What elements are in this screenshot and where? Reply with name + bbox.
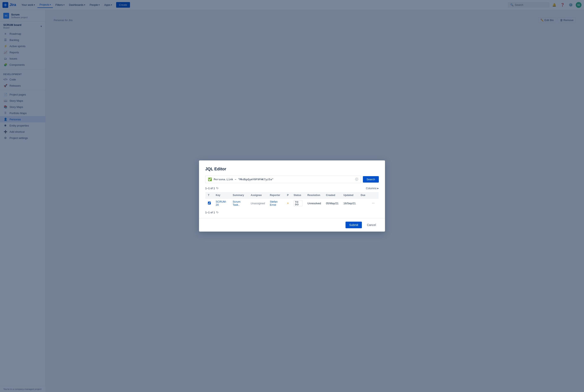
status-badge: TO DO (294, 200, 303, 206)
col-key: Key (213, 192, 230, 198)
col-due: Due (358, 192, 368, 198)
refresh-icon[interactable]: ↻ (216, 186, 219, 190)
jql-editor-modal: JQL Editor ✅ Persona.Link ~ "MkdbpQymY0F… (199, 160, 385, 232)
row-key: SCRUM-20 (213, 198, 230, 208)
results-header: 1–1 of 1 ↻ Columns ▸ (205, 186, 379, 190)
row-resolution: Unresolved (305, 198, 324, 208)
modal-title: JQL Editor (205, 167, 379, 172)
table-row: SCRUM-20 Scrum Task.. Unassigned Stefan … (205, 198, 379, 208)
results-table: T Key Summary Assignee Reporter P Status… (205, 192, 379, 208)
row-priority: ≡ (285, 198, 291, 208)
modal-footer: Submit Cancel (199, 218, 385, 232)
bottom-results-count: 1–1 of 1 ↻ (205, 211, 379, 214)
modal-overlay[interactable]: JQL Editor ✅ Persona.Link ~ "MkdbpQymY0F… (0, 0, 584, 392)
jql-input-wrap: ✅ Persona.Link ~ "MkdbpQymY0F9FHK7yz5a" … (205, 176, 361, 183)
issue-key-link[interactable]: SCRUM-20 (216, 200, 226, 206)
bottom-count-row: 1–1 of 1 ↻ (205, 211, 379, 214)
jql-input-row: ✅ Persona.Link ~ "MkdbpQymY0F9FHK7yz5a" … (205, 176, 379, 183)
issue-summary-link[interactable]: Scrum Task.. (233, 200, 241, 206)
help-icon[interactable]: ⓘ (355, 178, 358, 181)
jql-search-button[interactable]: Search (363, 176, 379, 182)
reporter-link[interactable]: Stefan Ernst (270, 200, 278, 206)
col-assignee: Assignee (248, 192, 267, 198)
cancel-button[interactable]: Cancel (364, 222, 379, 228)
row-type (205, 198, 213, 208)
col-actions (368, 192, 379, 198)
row-summary: Scrum Task.. (230, 198, 248, 208)
results-count: 1–1 of 1 ↻ (205, 186, 219, 190)
col-summary: Summary (230, 192, 248, 198)
col-type: T (205, 192, 213, 198)
row-due (358, 198, 368, 208)
col-updated: Updated (341, 192, 358, 198)
table-header-row: T Key Summary Assignee Reporter P Status… (205, 192, 379, 198)
chevron-right-icon: ▸ (377, 187, 379, 190)
row-created: 05/May/21 (323, 198, 341, 208)
bottom-refresh-icon[interactable]: ↻ (216, 211, 219, 214)
row-assignee: Unassigned (248, 198, 267, 208)
modal-body: JQL Editor ✅ Persona.Link ~ "MkdbpQymY0F… (199, 160, 385, 218)
columns-button[interactable]: Columns ▸ (366, 187, 379, 190)
col-resolution: Resolution (305, 192, 324, 198)
table-body: SCRUM-20 Scrum Task.. Unassigned Stefan … (205, 198, 379, 208)
row-more: ··· (368, 198, 379, 208)
col-status: Status (291, 192, 305, 198)
priority-medium-icon: ≡ (287, 202, 289, 205)
valid-icon: ✅ (208, 178, 212, 181)
table-header: T Key Summary Assignee Reporter P Status… (205, 192, 379, 198)
col-created: Created (323, 192, 341, 198)
submit-button[interactable]: Submit (346, 222, 362, 228)
col-reporter: Reporter (267, 192, 285, 198)
row-updated: 16/Sep/21 (341, 198, 358, 208)
row-reporter: Stefan Ernst (267, 198, 285, 208)
jql-query-text: Persona.Link ~ "MkdbpQymY0F9FHK7yz5a" (214, 178, 354, 181)
row-status: TO DO (291, 198, 305, 208)
row-checkbox[interactable] (208, 202, 211, 204)
more-actions-button[interactable]: ··· (370, 200, 376, 206)
col-priority: P (285, 192, 291, 198)
